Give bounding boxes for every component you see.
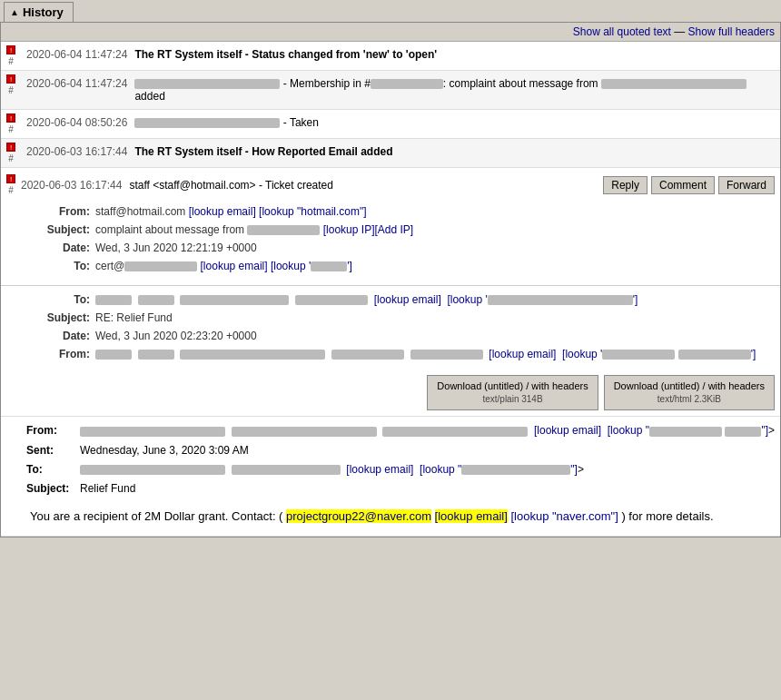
- lookup-email-link-2[interactable]: [lookup email]: [201, 260, 268, 272]
- email-marker: ! #: [1, 171, 21, 199]
- show-quoted-link[interactable]: Show all quoted text: [573, 25, 671, 38]
- r1: [95, 295, 132, 305]
- bh-to-r3: [461, 465, 570, 475]
- bh-to-label: To:: [26, 461, 76, 478]
- tab-arrow-icon: ▲: [10, 7, 19, 17]
- field-from: From: staff@hotmail.com [lookup email] […: [26, 203, 775, 220]
- download-btn-1[interactable]: Download (untitled) / with headers text/…: [427, 375, 598, 410]
- field-to-label: To:: [26, 258, 90, 274]
- lookup-email-link-3[interactable]: [lookup email]: [374, 293, 441, 306]
- body-lookup-email[interactable]: [lookup email]: [435, 509, 508, 523]
- history-entry-2: ! # 2020-06-04 11:47:24 - Membership in …: [1, 71, 780, 110]
- lookup-email-link-4[interactable]: [lookup email]: [489, 348, 556, 360]
- download-btn-2-main: Download (untitled) / with headers: [614, 380, 765, 393]
- marker-hash-1: #: [8, 56, 14, 66]
- separator: —: [674, 25, 687, 38]
- bh-r3: [382, 427, 528, 437]
- lookup-ip-link[interactable]: [lookup IP]: [323, 223, 375, 236]
- field-to2-label: To:: [26, 291, 90, 308]
- field-date: Date: Wed, 3 Jun 2020 12:21:19 +0000: [26, 240, 775, 256]
- download-btn-1-main: Download (untitled) / with headers: [437, 380, 588, 393]
- r10: [602, 350, 675, 360]
- show-headers-link[interactable]: Show full headers: [688, 25, 775, 38]
- entry-content-1: 2020-06-04 11:47:24 The RT System itself…: [21, 42, 780, 67]
- redacted-hash-2: [371, 79, 443, 89]
- field-from2: From: [lookup email] [lookup ' ']: [26, 346, 775, 362]
- email-fields-section1: From: staff@hotmail.com [lookup email] […: [1, 202, 780, 281]
- entry-timestamp-3: 2020-06-04 08:50:26: [26, 116, 127, 129]
- add-ip-link[interactable]: [Add IP]: [374, 223, 413, 236]
- bh-from-value: [lookup email] [lookup " "]>: [80, 422, 775, 439]
- field-from2-label: From:: [26, 346, 90, 362]
- entry-content-2: 2020-06-04 11:47:24 - Membership in #: c…: [21, 71, 780, 109]
- body-link[interactable]: projectgroup22@naver.com: [286, 509, 431, 523]
- tab-label: History: [23, 5, 64, 19]
- r4: [295, 295, 368, 305]
- entry-header-row-4: 2020-06-03 16:17:44 The RT System itself…: [26, 143, 775, 161]
- download-btn-2-sub: text/html 2.3KiB: [614, 393, 765, 406]
- redacted-name-2: [134, 79, 280, 89]
- entry-timestamp-1: 2020-06-04 11:47:24: [26, 48, 127, 61]
- entry-title-1: The RT System itself - Status changed fr…: [134, 48, 775, 61]
- marker-red-2: !: [6, 74, 15, 84]
- marker-red-3: !: [6, 113, 15, 123]
- quoted-text-bar: Show all quoted text — Show full headers: [1, 23, 780, 42]
- lookup-from2-link[interactable]: [lookup ' ']: [562, 348, 756, 360]
- field-subject-label: Subject:: [26, 222, 90, 238]
- entry-title-2: - Membership in #: complaint about messa…: [134, 77, 775, 103]
- redacted-from-2: [601, 79, 746, 89]
- history-panel: Show all quoted text — Show full headers…: [0, 22, 781, 537]
- lookup-to2-link[interactable]: [lookup '']: [447, 293, 638, 306]
- email-actions: Reply Comment Forward: [603, 176, 775, 194]
- download-headers-2: with headers: [708, 380, 765, 391]
- field-to2: To: [lookup email] [lookup '']: [26, 291, 775, 308]
- bh-lookup-email[interactable]: [lookup email]: [534, 424, 601, 437]
- entry-marker-1: ! #: [1, 42, 21, 70]
- bh-subject-value: Relief Fund: [80, 480, 135, 498]
- entry-header-row-1: 2020-06-04 11:47:24 The RT System itself…: [26, 45, 775, 64]
- email-body-header: From: [lookup email] [lookup " "]> Sent:…: [26, 422, 775, 498]
- bh-r4: [649, 427, 722, 437]
- bh-sent-label: Sent:: [26, 442, 76, 459]
- lookup-to-domain-link[interactable]: [lookup '']: [271, 260, 352, 272]
- field-date2-label: Date:: [26, 328, 90, 344]
- r11: [678, 350, 751, 360]
- bh-sent-value: Wednesday, June 3, 2020 3:09 AM: [80, 442, 249, 459]
- bh-subject-label: Subject:: [26, 480, 76, 498]
- field-date2-value: Wed, 3 Jun 2020 02:23:20 +0000: [95, 328, 775, 344]
- reply-button[interactable]: Reply: [603, 176, 648, 194]
- bh-from-label: From:: [26, 422, 76, 439]
- tab-history[interactable]: ▲ History: [4, 2, 74, 22]
- field-to: To: cert@ [lookup email] [lookup '']: [26, 258, 775, 274]
- lookup-email-link-1[interactable]: [lookup email]: [189, 205, 256, 218]
- bh-to-lookup-name[interactable]: [lookup ""]: [420, 463, 578, 476]
- bh-r1: [80, 427, 225, 437]
- email-body-content: You are a recipient of 2M Dollar grant. …: [26, 507, 775, 527]
- download-label-1: Download (untitled) /: [437, 380, 529, 391]
- redacted-name-3: [134, 118, 280, 128]
- forward-button[interactable]: Forward: [718, 176, 775, 194]
- marker-red-5: !: [6, 174, 15, 183]
- download-btn-2[interactable]: Download (untitled) / with headers text/…: [604, 375, 775, 410]
- field-from-value: staff@hotmail.com [lookup email] [lookup…: [95, 203, 775, 220]
- entry-marker-4: ! #: [1, 139, 21, 167]
- bh-r5: [725, 427, 761, 437]
- bh-lookup-name[interactable]: [lookup " "]: [608, 424, 768, 437]
- entry-content-4: 2020-06-03 16:17:44 The RT System itself…: [21, 139, 780, 164]
- field-from-label: From:: [26, 203, 90, 220]
- redacted-to2-name: [488, 295, 633, 305]
- r9: [410, 350, 483, 360]
- r5: [95, 350, 132, 360]
- tab-bar: ▲ History: [0, 0, 781, 22]
- body-lookup-domain[interactable]: [lookup "naver.com"]: [510, 509, 618, 523]
- download-area: Download (untitled) / with headers text/…: [1, 370, 780, 416]
- comment-button[interactable]: Comment: [651, 176, 715, 194]
- entry-title-3: - Taken: [134, 116, 775, 129]
- lookup-domain-link-1[interactable]: [lookup "hotmail.com"]: [259, 205, 367, 218]
- field-subject-value: complaint about message from [lookup IP]…: [95, 222, 775, 238]
- field-from2-value: [lookup email] [lookup ' ']: [95, 346, 775, 362]
- field-subject2-label: Subject:: [26, 310, 90, 326]
- entry-timestamp-4: 2020-06-03 16:17:44: [26, 145, 127, 158]
- email-header-info: 2020-06-03 16:17:44 staff <staff@hotmail…: [21, 179, 603, 192]
- bh-to-lookup-email[interactable]: [lookup email]: [346, 463, 413, 476]
